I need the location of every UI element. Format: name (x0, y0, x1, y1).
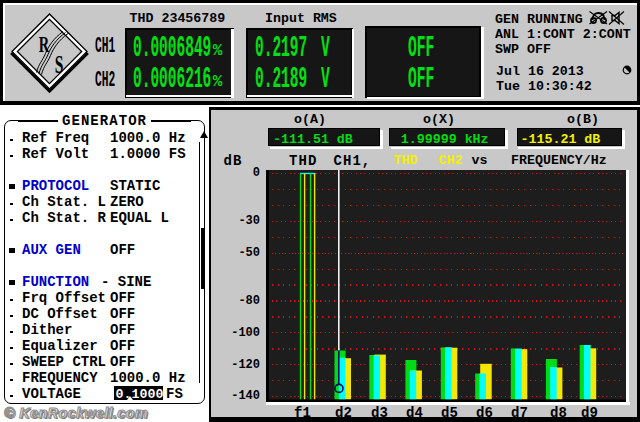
svg-text:S: S (55, 49, 64, 78)
svg-text:R: R (39, 30, 50, 57)
